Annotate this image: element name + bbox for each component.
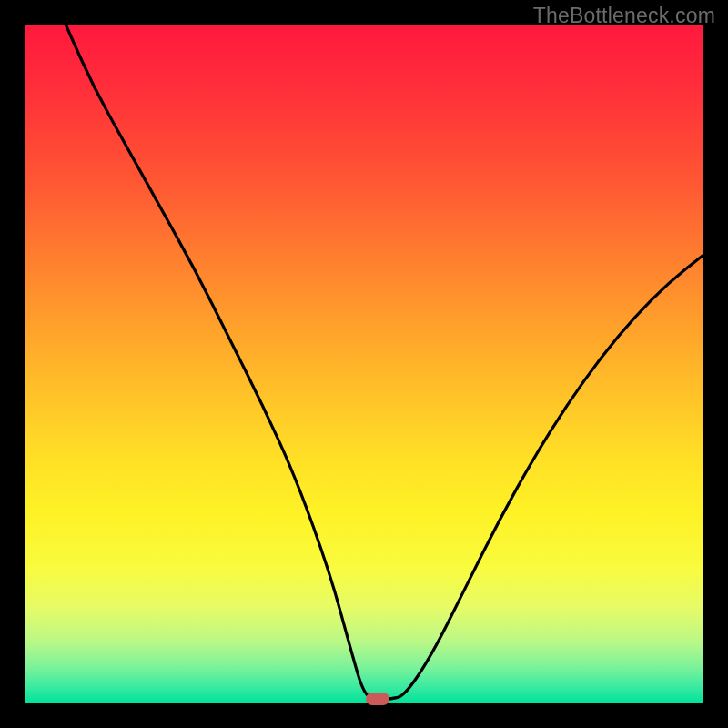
chart-frame: TheBottleneck.com (0, 0, 728, 728)
curve-layer (25, 25, 703, 703)
watermark-text: TheBottleneck.com (533, 4, 715, 28)
bottleneck-curve (66, 25, 703, 699)
optimum-marker (366, 693, 389, 705)
